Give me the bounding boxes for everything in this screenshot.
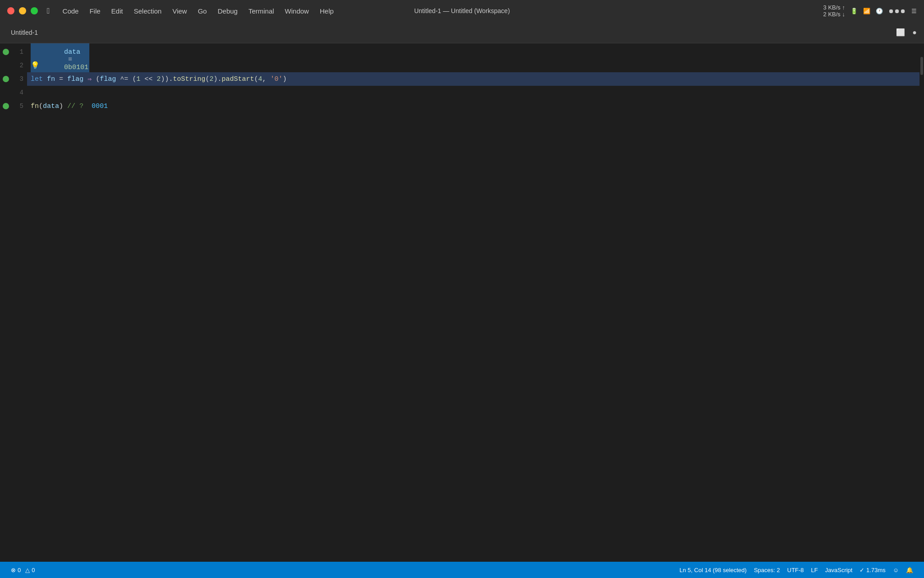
fn-call-fn: fn (31, 103, 39, 110)
status-line-ending[interactable]: LF (808, 567, 822, 573)
minimize-button[interactable] (19, 7, 26, 14)
paren-3d: ). (213, 75, 222, 83)
param-flag-2: flag (100, 75, 116, 83)
scrollbar-thumb (920, 57, 923, 75)
status-smiley[interactable]: ☺ (889, 567, 902, 573)
code-line-5[interactable]: fn ( data ) // ? 0001 (27, 99, 924, 113)
status-spaces[interactable]: Spaces: 2 (750, 567, 784, 573)
status-timing[interactable]: ✓ 1.73ms (856, 567, 889, 573)
clock-icon: 🕐 (876, 8, 883, 14)
paren-3b: )). (161, 75, 173, 83)
wifi-icon: 📶 (863, 8, 870, 14)
param-flag-1: flag (67, 75, 83, 83)
line-number-5: 5 (20, 103, 23, 110)
scrollbar[interactable] (919, 43, 924, 562)
paren-3e: ( (254, 75, 258, 83)
list-icon: ☰ (911, 8, 917, 14)
window-title: Untitled-1 — Untitled (Workspace) (414, 7, 510, 14)
line-number-1: 1 (20, 48, 23, 56)
status-language[interactable]: JavaScript (822, 567, 856, 573)
shl-3: << (140, 75, 157, 83)
status-errors[interactable]: ⊗ 0 △ 0 (7, 562, 38, 578)
method-tostring: toString (173, 75, 205, 83)
num-4: 4 (258, 75, 262, 83)
editor: 1 2 3 4 5 let data = 0b0101 (0, 43, 924, 562)
menu-view[interactable]: View (167, 5, 192, 17)
menu-debug[interactable]: Debug (212, 5, 243, 17)
gutter: 1 2 3 4 5 (0, 43, 27, 562)
maximize-button[interactable] (31, 7, 38, 14)
comment-5: // ? (67, 103, 83, 110)
error-count: 0 (18, 567, 21, 573)
status-position[interactable]: Ln 5, Col 14 (98 selected) (676, 567, 750, 573)
line-number-2: 2 (20, 62, 23, 69)
gutter-line-5: 5 (0, 99, 27, 113)
space-3a (43, 75, 47, 83)
control-center-icon: ⏺⏺⏺ (888, 8, 906, 14)
split-editor-icon[interactable]: ⬜ (896, 28, 905, 37)
breakpoint-1[interactable] (3, 49, 9, 55)
menu-edit[interactable]: Edit (106, 5, 129, 17)
space-3b (83, 75, 88, 83)
line-number-4: 4 (20, 89, 23, 96)
unsaved-dot: ● (912, 28, 917, 37)
status-right: Ln 5, Col 14 (98 selected) Spaces: 2 UTF… (676, 567, 917, 573)
code-line-2[interactable]: 💡 (27, 59, 924, 72)
num-2: 2 (157, 75, 161, 83)
arrow-3: ⇒ (88, 75, 92, 84)
lightbulb-icon: 💡 (31, 61, 40, 70)
menu-code[interactable]: Code (57, 5, 84, 17)
menubar-right: 3 KB/s ↑2 KB/s ↓ 🔋 📶 🕐 ⏺⏺⏺ ☰ (823, 4, 917, 18)
menu-selection[interactable]: Selection (128, 5, 167, 17)
battery-icon: 🔋 (850, 8, 858, 14)
apple-icon:  (47, 6, 50, 16)
gutter-line-3: 3 (0, 72, 27, 86)
str-0: '0' (270, 75, 282, 83)
kw-let-3: let (31, 75, 43, 83)
paren-5a: ( (39, 103, 43, 110)
num-1: 1 (136, 75, 140, 83)
code-line-3[interactable]: let fn = flag ⇒ ( flag ^= ( 1 << 2 )). t… (27, 72, 924, 86)
menu-go[interactable]: Go (192, 5, 212, 17)
menu-help[interactable]: Help (314, 5, 339, 17)
paren-3f: ) (282, 75, 286, 83)
menu-terminal[interactable]: Terminal (243, 5, 280, 17)
space-5 (63, 103, 67, 110)
breakpoint-3[interactable] (3, 76, 9, 82)
network-stats: 3 KB/s ↑2 KB/s ↓ (823, 4, 845, 18)
tabbar: Untitled-1 ⬜ ● (0, 22, 924, 43)
paren-3a: ( (92, 75, 100, 83)
tab-untitled-1[interactable]: Untitled-1 (7, 27, 42, 38)
line-number-3: 3 (20, 75, 23, 83)
method-padstart: padStart (222, 75, 254, 83)
paren-3c: ( (205, 75, 209, 83)
comma-3: , (262, 75, 270, 83)
gutter-line-2: 2 (0, 59, 27, 72)
code-line-4[interactable] (27, 86, 924, 99)
statusbar: ⊗ 0 △ 0 Ln 5, Col 14 (98 selected) Space… (0, 562, 924, 578)
warning-icon: △ (25, 567, 30, 573)
xoreq-3: ^= ( (116, 75, 136, 83)
arg-data: data (43, 103, 59, 110)
space-1 (64, 43, 68, 48)
code-line-1[interactable]: let data = 0b0101 (27, 45, 924, 59)
breakpoint-5[interactable] (3, 103, 9, 109)
traffic-lights (7, 7, 38, 14)
warning-count: 0 (32, 567, 35, 573)
eq-3: = (55, 75, 67, 83)
var-data: data (64, 48, 80, 56)
menu-file[interactable]: File (84, 5, 106, 17)
result-0001: 0001 (92, 103, 108, 110)
status-encoding[interactable]: UTF-8 (784, 567, 808, 573)
menubar:  Code File Edit Selection View Go Debug… (0, 0, 924, 22)
tabbar-right: ⬜ ● (896, 28, 917, 37)
space-5b (83, 103, 92, 110)
var-fn: fn (47, 75, 55, 83)
close-button[interactable] (7, 7, 14, 14)
code-area[interactable]: let data = 0b0101 💡 let fn = flag ⇒ ( fl… (27, 43, 924, 562)
num-2b: 2 (209, 75, 213, 83)
gutter-line-4: 4 (0, 86, 27, 99)
error-icon: ⊗ (11, 567, 16, 573)
status-bell[interactable]: 🔔 (902, 567, 917, 573)
menu-window[interactable]: Window (279, 5, 314, 17)
